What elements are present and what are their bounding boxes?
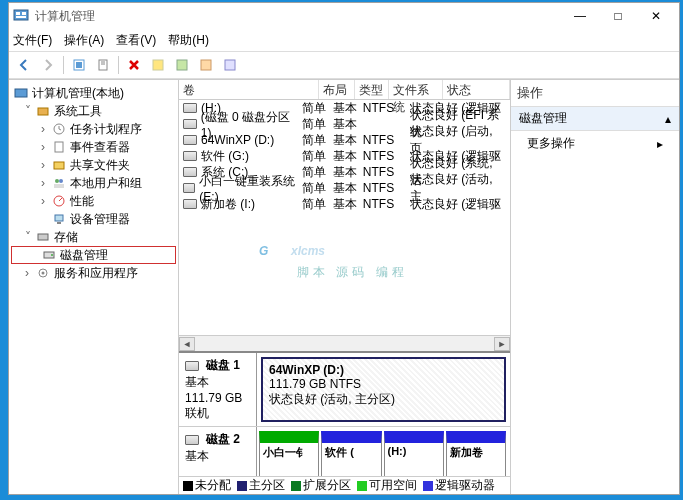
back-button[interactable] (13, 54, 35, 76)
tree-shares[interactable]: ›共享文件夹 (11, 156, 176, 174)
part-cell[interactable]: 新加卷 (446, 431, 506, 476)
svg-rect-3 (16, 16, 26, 18)
tree-events[interactable]: ›事件查看器 (11, 138, 176, 156)
part-cell[interactable]: 小白一钅 (259, 431, 319, 476)
actions-more[interactable]: 更多操作▸ (511, 131, 679, 156)
svg-rect-14 (38, 108, 48, 115)
disk-row-2: 磁盘 2 基本 小白一钅 软件 ( (H:) 新加卷 (179, 427, 510, 476)
svg-rect-20 (54, 184, 64, 188)
partition-d[interactable]: 64WinXP (D:) 111.79 GB NTFS 状态良好 (活动, 主分… (261, 357, 506, 422)
scroll-left-icon[interactable]: ◄ (179, 337, 195, 351)
volume-icon (183, 119, 197, 129)
menu-view[interactable]: 查看(V) (116, 32, 156, 49)
prop2-icon[interactable] (171, 54, 193, 76)
col-fs[interactable]: 文件系统 (389, 80, 443, 99)
svg-rect-5 (76, 62, 82, 68)
forward-button[interactable] (37, 54, 59, 76)
window-title: 计算机管理 (35, 8, 561, 25)
svg-rect-2 (22, 12, 26, 15)
disk1-title: 磁盘 1 (206, 357, 240, 374)
up-button[interactable] (68, 54, 90, 76)
volume-icon (183, 151, 197, 161)
svg-point-28 (42, 272, 45, 275)
svg-rect-11 (201, 60, 211, 70)
tree-devmgr[interactable]: 设备管理器 (11, 210, 176, 228)
svg-rect-16 (55, 142, 63, 152)
collapse-icon: ▴ (665, 112, 671, 126)
part-cell[interactable]: (H:) (384, 431, 444, 476)
tree-diskmgmt[interactable]: 磁盘管理 (11, 246, 176, 264)
col-type[interactable]: 类型 (355, 80, 389, 99)
menu-help[interactable]: 帮助(H) (168, 32, 209, 49)
menu-action[interactable]: 操作(A) (64, 32, 104, 49)
volume-row[interactable]: 64WinXP (D:)简单基本NTFS状态良好 (启动, 页 (179, 132, 510, 148)
tree-services[interactable]: ›服务和应用程序 (11, 264, 176, 282)
hscrollbar[interactable]: ◄ ► (179, 335, 510, 351)
disk-icon (185, 361, 199, 371)
maximize-button[interactable]: □ (599, 3, 637, 29)
refresh-button[interactable] (92, 54, 114, 76)
menubar: 文件(F) 操作(A) 查看(V) 帮助(H) (9, 29, 679, 51)
prop3-icon[interactable] (195, 54, 217, 76)
svg-point-19 (59, 179, 63, 183)
minimize-button[interactable]: — (561, 3, 599, 29)
svg-rect-1 (16, 12, 20, 15)
chevron-right-icon: ▸ (657, 137, 663, 151)
volume-icon (183, 135, 197, 145)
volume-icon (183, 199, 197, 209)
volume-row[interactable]: 小白一键重装系统 (E:)简单基本NTFS状态良好 (活动, 主 (179, 180, 510, 196)
col-status[interactable]: 状态 (443, 80, 510, 99)
svg-point-26 (51, 254, 53, 256)
toolbar (9, 51, 679, 79)
disk-row-1: 磁盘 1 基本 111.79 GB 联机 64WinXP (D:) 111.79… (179, 353, 510, 427)
disk2-type: 基本 (185, 448, 250, 465)
disk1-type: 基本 (185, 374, 250, 391)
svg-rect-12 (225, 60, 235, 70)
col-volume[interactable]: 卷 (179, 80, 319, 99)
svg-rect-9 (153, 60, 163, 70)
svg-rect-10 (177, 60, 187, 70)
volume-header: 卷 布局 类型 文件系统 状态 (179, 80, 510, 100)
disk-icon (185, 435, 199, 445)
scroll-right-icon[interactable]: ► (494, 337, 510, 351)
svg-rect-22 (55, 215, 63, 221)
disk1-online: 联机 (185, 405, 250, 422)
volume-row[interactable]: 新加卷 (I:)简单基本NTFS状态良好 (逻辑驱 (179, 196, 510, 212)
tree-sched[interactable]: ›任务计划程序 (11, 120, 176, 138)
tree-storage[interactable]: ˅存储 (11, 228, 176, 246)
svg-rect-17 (54, 162, 64, 169)
actions-category[interactable]: 磁盘管理▴ (511, 107, 679, 131)
menu-file[interactable]: 文件(F) (13, 32, 52, 49)
volume-icon (183, 183, 195, 193)
svg-rect-13 (15, 89, 27, 97)
titlebar: 计算机管理 — □ ✕ (9, 3, 679, 29)
actions-pane: 操作 磁盘管理▴ 更多操作▸ (511, 80, 679, 494)
graphical-view: 磁盘 1 基本 111.79 GB 联机 64WinXP (D:) 111.79… (179, 351, 510, 476)
legend: 未分配 主分区 扩展分区 可用空间 逻辑驱动器 (179, 476, 510, 494)
svg-point-18 (55, 179, 59, 183)
disk2-title: 磁盘 2 (206, 431, 240, 448)
part-cell[interactable]: 软件 ( (321, 431, 381, 476)
tree-users[interactable]: ›本地用户和组 (11, 174, 176, 192)
col-layout[interactable]: 布局 (319, 80, 355, 99)
app-window: 计算机管理 — □ ✕ 文件(F) 操作(A) 查看(V) 帮助(H) 计算机管… (8, 2, 680, 495)
nav-tree: 计算机管理(本地) ˅系统工具 ›任务计划程序 ›事件查看器 ›共享文件夹 ›本… (9, 80, 179, 494)
tree-systools[interactable]: ˅系统工具 (11, 102, 176, 120)
svg-rect-24 (38, 234, 48, 240)
tree-root[interactable]: 计算机管理(本地) (11, 84, 176, 102)
close-button[interactable]: ✕ (637, 3, 675, 29)
help-icon[interactable] (219, 54, 241, 76)
svg-rect-23 (57, 222, 61, 224)
volume-list: (H:)简单基本NTFS状态良好 (逻辑驱(磁盘 0 磁盘分区 1)简单基本状态… (179, 100, 510, 212)
disk1-size: 111.79 GB (185, 391, 250, 405)
app-icon (13, 8, 29, 24)
delete-icon[interactable] (123, 54, 145, 76)
tree-perf[interactable]: ›性能 (11, 192, 176, 210)
prop1-icon[interactable] (147, 54, 169, 76)
center-pane: 卷 布局 类型 文件系统 状态 (H:)简单基本NTFS状态良好 (逻辑驱(磁盘… (179, 80, 511, 494)
actions-header: 操作 (511, 80, 679, 107)
